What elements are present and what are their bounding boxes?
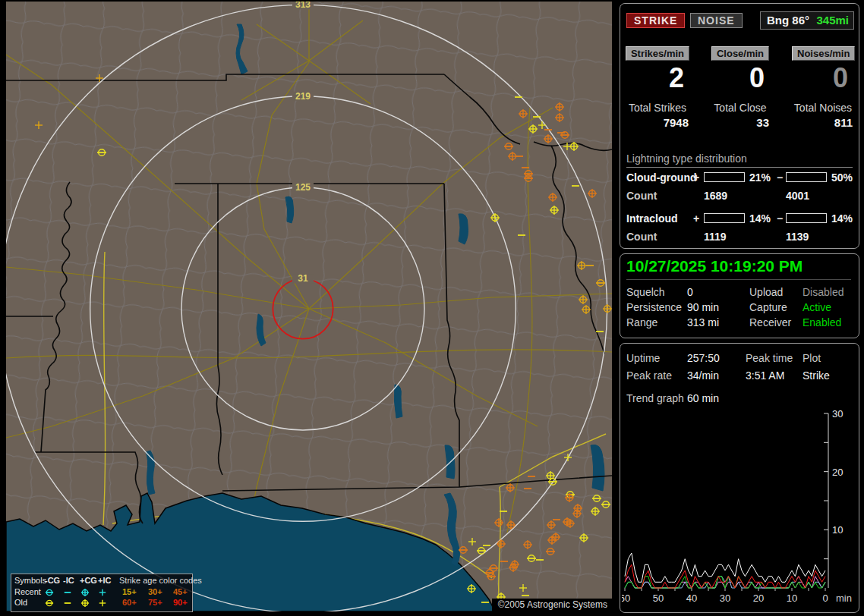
counter-total-label: Total Noises xyxy=(792,102,854,114)
counter-column: Noises/min0Total Noises811 xyxy=(792,46,854,129)
trend-x-tick-label: 50 xyxy=(653,592,664,604)
counter-total-label: Total Strikes xyxy=(625,102,690,114)
status-label: Persistence xyxy=(626,301,682,313)
counter-label-button[interactable]: Close/min xyxy=(711,46,769,61)
counter-value: 0 xyxy=(710,64,771,93)
legend-col--CG: -CG xyxy=(45,576,60,585)
stats-value: 60 min xyxy=(687,392,719,404)
trend-y-tick-label: 20 xyxy=(832,467,843,478)
stats-label: Peak rate xyxy=(626,369,672,382)
legend-age-title: Strike age color codes xyxy=(119,576,202,585)
legend-age-code: 90+ xyxy=(173,598,188,607)
stats-label: Trend graph xyxy=(626,392,684,404)
plus-percentage: 14% xyxy=(749,212,771,225)
minus-count: 4001 xyxy=(786,190,809,202)
plus-percentage-bar xyxy=(704,213,745,223)
plus-sign: + xyxy=(693,212,699,225)
distribution-type-label: Intracloud xyxy=(626,212,678,225)
status-value: Enabled xyxy=(803,316,841,328)
counter-label-button[interactable]: Noises/min xyxy=(792,46,855,61)
plus-sign: + xyxy=(693,171,699,184)
distribution-row: Cloud-ground+21%−50% xyxy=(626,171,854,184)
counter-value: 0 xyxy=(792,64,854,93)
trend-y-tick-label: 30 xyxy=(832,408,843,420)
stats-label: Uptime xyxy=(626,352,660,364)
plus-count: 1119 xyxy=(704,231,727,243)
trend-y-tick-label: 10 xyxy=(832,524,843,536)
lightning-map[interactable]: 31125219313 Symbols Strike age color cod… xyxy=(6,2,612,611)
minus-percentage-bar xyxy=(786,213,827,223)
legend-age-code: 30+ xyxy=(148,587,162,596)
legend-age-code: 15+ xyxy=(122,587,137,596)
minus-percentage: 14% xyxy=(831,212,853,225)
trend-series-total xyxy=(625,553,825,582)
trend-graph: 1020306050403020100min xyxy=(622,407,857,609)
stats-value: 3:51 AM xyxy=(746,369,784,382)
status-value: 313 mi xyxy=(687,316,719,328)
nexstorm-app-window: 31125219313 Symbols Strike age color cod… xyxy=(0,0,864,616)
counter-label-button[interactable]: Strikes/min xyxy=(626,46,689,61)
counter-total-value: 7948 xyxy=(625,116,690,129)
trend-x-tick-label: 30 xyxy=(720,592,730,604)
legend-age-code: 45+ xyxy=(173,587,188,596)
strike-symbol-p xyxy=(99,589,106,596)
map-canvas: 31125219313 xyxy=(6,2,612,611)
distance-value: 345mi xyxy=(816,12,849,29)
datetime-display: 10/27/2025 10:19:20 PM xyxy=(626,257,851,280)
legend-col-+IC: +IC xyxy=(98,576,111,585)
minus-sign: − xyxy=(777,171,783,184)
legend-symbol-glyphs xyxy=(11,598,118,608)
distribution-type-label: Cloud-ground xyxy=(626,171,697,184)
minus-sign: − xyxy=(777,212,783,225)
trend-x-axis-unit: min xyxy=(836,592,852,604)
status-value: 90 min xyxy=(687,301,719,313)
status-label: Squelch xyxy=(626,286,665,298)
status-value: Active xyxy=(803,301,831,313)
stats-value: Strike xyxy=(803,369,830,382)
legend-age-code: 60+ xyxy=(122,598,137,607)
stats-value: 34/min xyxy=(687,369,719,382)
ring-label: 125 xyxy=(295,182,311,193)
counter-value: 2 xyxy=(625,64,690,93)
ring-label: 31 xyxy=(298,273,308,284)
legend-symbol-glyphs xyxy=(11,587,118,598)
map-legend: Symbols Strike age color codes -CG-IC+CG… xyxy=(11,574,193,612)
status-value: Disabled xyxy=(803,286,844,298)
trend-x-tick-label: 0 xyxy=(822,592,828,604)
counter-column: Close/min0Total Close33 xyxy=(710,46,771,129)
legend-age-code: 75+ xyxy=(148,598,162,607)
status-label: Capture xyxy=(749,301,787,313)
stats-label: Peak time xyxy=(746,352,793,364)
distribution-title: Lightning type distribution xyxy=(626,152,853,168)
strike-symbol-cm xyxy=(46,589,53,595)
count-label: Count xyxy=(626,231,657,243)
noise-toggle-button[interactable]: NOISE xyxy=(690,13,743,28)
copyright-text: ©2005 Astrogenic Systems xyxy=(492,599,612,611)
strike-counters-box: STRIKE NOISE Bng 86° 345mi Strikes/min2T… xyxy=(620,3,859,249)
strike-symbol-p xyxy=(99,600,106,607)
plus-percentage: 21% xyxy=(749,171,771,184)
count-label: Count xyxy=(626,190,657,202)
ring-label: 219 xyxy=(295,91,311,102)
trend-x-tick-label: 40 xyxy=(686,592,697,604)
trend-x-tick-label: 10 xyxy=(787,592,797,604)
counter-total-value: 811 xyxy=(792,116,854,129)
distribution-row: Intracloud+14%−14% xyxy=(626,212,854,225)
plus-count: 1689 xyxy=(704,190,727,202)
strike-symbol-cp xyxy=(81,599,89,607)
legend-symbols-title: Symbols xyxy=(14,576,46,585)
status-label: Range xyxy=(626,316,657,328)
strike-toggle-button[interactable]: STRIKE xyxy=(626,13,685,28)
minus-count: 1139 xyxy=(786,231,809,243)
minus-percentage: 50% xyxy=(831,171,853,184)
bearing-value: Bng 86° xyxy=(761,14,809,27)
stats-trend-box: Uptime257:50Peak timePlotPeak rate34/min… xyxy=(620,343,859,613)
stats-value: 257:50 xyxy=(687,352,720,364)
trend-x-tick-label: 20 xyxy=(753,592,764,604)
counter-total-label: Total Close xyxy=(710,102,771,114)
status-label: Receiver xyxy=(749,316,791,328)
legend-col-+CG: +CG xyxy=(80,576,97,585)
status-value: 0 xyxy=(687,286,693,298)
trend-x-tick-label: 60 xyxy=(622,592,630,604)
strike-symbol-cp xyxy=(81,589,89,596)
